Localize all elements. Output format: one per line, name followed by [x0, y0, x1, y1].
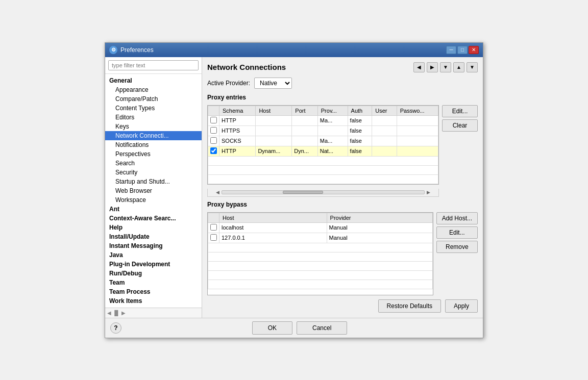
sidebar-item-compare[interactable]: Compare/Patch [105, 94, 202, 104]
row3-host [256, 136, 292, 146]
tree-group-team[interactable]: Team [105, 278, 202, 287]
window-title: Preferences [120, 46, 154, 54]
row1-check[interactable] [210, 117, 217, 123]
tree-group-java[interactable]: Java [105, 250, 202, 260]
help-button[interactable]: ? [110, 322, 121, 334]
proxy-entries-section: Schema Host Port Prov... Auth User Passw… [207, 105, 478, 197]
proxy-scroll-track[interactable]: ◀ ▶ [207, 189, 439, 197]
provider-select[interactable]: Direct Manual Native [254, 78, 292, 89]
row2-port [292, 125, 317, 136]
table-row-empty [208, 156, 438, 165]
sidebar-item-web-browser[interactable]: Web Browser [105, 186, 202, 195]
sidebar-item-notifications[interactable]: Notifications [105, 140, 202, 149]
nav-down-button[interactable]: ▼ [440, 62, 451, 72]
col-password: Passwo... [397, 106, 438, 115]
sidebar-scrollbar[interactable]: ◀ ▐▌ ▶ [105, 308, 202, 318]
col-check [208, 106, 219, 115]
sidebar-item-keys[interactable]: Keys [105, 122, 202, 131]
nav-up-button[interactable]: ▲ [453, 62, 464, 72]
bypass-remove-button[interactable]: Remove [436, 241, 478, 253]
ok-button[interactable]: OK [252, 321, 292, 335]
tree-group-help[interactable]: Help [105, 223, 202, 232]
proxy-edit-button[interactable]: Edit... [442, 105, 478, 117]
bottom-buttons: Restore Defaults Apply [207, 295, 478, 313]
cancel-button[interactable]: Cancel [297, 321, 347, 335]
sidebar-item-editors[interactable]: Editors [105, 113, 202, 122]
nav-back-button[interactable]: ◀ [413, 62, 425, 72]
row1-port [292, 115, 317, 125]
row2-auth: false [348, 125, 372, 136]
footer-ok-cancel: OK Cancel [121, 321, 478, 335]
row3-auth: false [348, 136, 372, 146]
footer: ? OK Cancel [105, 318, 483, 338]
tree-group-plugin[interactable]: Plug-in Development [105, 260, 202, 269]
nav-dropdown-button[interactable]: ▼ [467, 62, 478, 72]
bypass-add-host-button[interactable]: Add Host... [436, 212, 478, 224]
table-row-empty [208, 165, 438, 174]
bypass-table-row[interactable]: localhost Manual [208, 222, 433, 233]
bypass-section: Host Provider localhost Manual [207, 212, 478, 295]
row2-password [397, 125, 438, 136]
active-provider-label: Active Provider: [207, 80, 250, 87]
bypass-row1-provider: Manual [327, 222, 432, 233]
search-input[interactable] [108, 60, 199, 70]
bypass-col-check [208, 213, 219, 222]
panel-title: Network Connections [207, 63, 286, 71]
maximize-button[interactable]: □ [457, 46, 468, 54]
row3-prov: Ma... [317, 136, 348, 146]
row1-password [397, 115, 438, 125]
proxy-table-wrapper: Schema Host Port Prov... Auth User Passw… [207, 105, 439, 185]
tree-group-rundebug[interactable]: Run/Debug [105, 269, 202, 278]
tree-group-context[interactable]: Context-Aware Searc... [105, 214, 202, 223]
row2-schema: HTTPS [219, 125, 256, 136]
table-row[interactable]: SOCKS Ma... false [208, 136, 438, 146]
tree-group-install[interactable]: Install/Update [105, 232, 202, 241]
window-controls: ─ □ ✕ [446, 46, 479, 54]
proxy-entries-header: Proxy entries [207, 94, 478, 103]
sidebar-item-workspace[interactable]: Workspace [105, 195, 202, 205]
bypass-row2-check[interactable] [210, 234, 217, 241]
bypass-row2-provider: Manual [327, 233, 432, 243]
row3-check[interactable] [210, 137, 217, 144]
restore-defaults-button[interactable]: Restore Defaults [378, 299, 441, 313]
bypass-row2-host: 127.0.0.1 [219, 233, 327, 243]
scroll-inner [222, 190, 425, 194]
tree-group-general[interactable]: General [105, 76, 202, 85]
apply-button[interactable]: Apply [445, 299, 478, 313]
nav-forward-button[interactable]: ▶ [427, 62, 438, 72]
bypass-row1-check[interactable] [210, 224, 217, 231]
table-row[interactable]: HTTPS false [208, 125, 438, 136]
row4-schema: HTTP [219, 146, 256, 156]
bypass-edit-button[interactable]: Edit... [436, 226, 478, 239]
sidebar-item-content-types[interactable]: Content Types [105, 104, 202, 113]
bypass-row-empty [208, 270, 433, 280]
tree-group-ant[interactable]: Ant [105, 205, 202, 214]
table-row[interactable]: HTTP Ma... false [208, 115, 438, 125]
scroll-thumb [283, 191, 323, 194]
app-icon: ⚙ [109, 46, 117, 54]
sidebar-item-search[interactable]: Search [105, 159, 202, 168]
panel-header: Network Connections ◀ ▶ ▼ ▲ ▼ [207, 62, 478, 72]
tree-group-workitems[interactable]: Work Items [105, 296, 202, 306]
row4-check[interactable] [210, 147, 217, 154]
bypass-col-provider: Provider [327, 213, 432, 222]
table-row[interactable]: HTTP Dynam... Dyn... Nat... false [208, 146, 438, 156]
bypass-table: Host Provider localhost Manual [208, 213, 433, 289]
minimize-button[interactable]: ─ [446, 46, 456, 54]
close-button[interactable]: ✕ [469, 46, 479, 54]
bypass-table-row[interactable]: 127.0.0.1 Manual [208, 233, 433, 243]
row1-schema: HTTP [219, 115, 256, 125]
sidebar-item-security[interactable]: Security [105, 168, 202, 177]
sidebar-item-perspectives[interactable]: Perspectives [105, 149, 202, 159]
tree-group-messaging[interactable]: Instant Messaging [105, 241, 202, 250]
bypass-action-buttons: Add Host... Edit... Remove [436, 212, 478, 295]
sidebar-item-appearance[interactable]: Appearance [105, 85, 202, 94]
panel-nav: ◀ ▶ ▼ ▲ ▼ [413, 62, 478, 72]
tree-group-teamprocess[interactable]: Team Process [105, 287, 202, 296]
main-panel: Network Connections ◀ ▶ ▼ ▲ ▼ Active Pro… [202, 57, 483, 318]
row2-check[interactable] [210, 127, 217, 134]
proxy-clear-button[interactable]: Clear [442, 119, 478, 132]
sidebar-item-network[interactable]: Network Connecti... [105, 131, 202, 140]
table-row-empty [208, 174, 438, 184]
sidebar-item-startup[interactable]: Startup and Shutd... [105, 177, 202, 186]
